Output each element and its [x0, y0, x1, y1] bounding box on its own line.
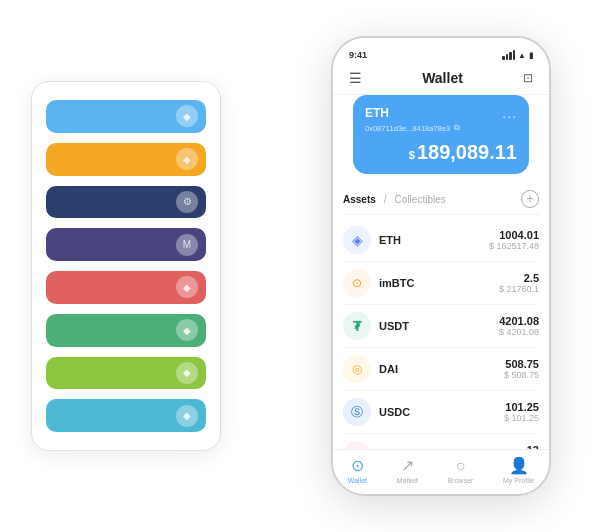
nav-header: ☰ Wallet ⊡ [349, 64, 533, 94]
color-row-2[interactable]: ◆ [46, 143, 206, 176]
dai-usd: $ 508.75 [504, 370, 539, 380]
usdc-usd: $ 101.25 [504, 413, 539, 423]
tft-icon: 🌿 [343, 441, 371, 449]
page-title: Wallet [422, 70, 463, 86]
color-row-7[interactable]: ◆ [46, 357, 206, 390]
row-icon-1: ◆ [176, 105, 198, 127]
eth-crypto: 1004.01 [489, 229, 539, 241]
phone-notch-area: 9:41 ▲ ▮ ☰ Wallet ⊡ [333, 38, 549, 95]
usdt-crypto: 4201.08 [499, 315, 539, 327]
profile-label: My Profile [503, 477, 534, 484]
asset-row-usdt[interactable]: ₮ USDT 4201.08 $ 4201.08 [343, 305, 539, 348]
assets-header: Assets / Collectibles + [343, 184, 539, 215]
phone-content: Assets / Collectibles + ◈ ETH 1004.01 $ … [333, 184, 549, 449]
asset-row-tft[interactable]: 🌿 TFT 13 0 [343, 434, 539, 449]
nav-market[interactable]: ↗ Market [397, 456, 418, 484]
row-icon-4: M [176, 234, 198, 256]
assets-tabs: Assets / Collectibles [343, 194, 446, 205]
signal-bars [502, 50, 515, 60]
row-icon-5: ◆ [176, 276, 198, 298]
nav-profile[interactable]: 👤 My Profile [503, 456, 534, 484]
eth-card-top: ETH ... [365, 105, 517, 121]
eth-icon: ◈ [343, 226, 371, 254]
market-label: Market [397, 477, 418, 484]
wifi-icon: ▲ [518, 51, 526, 60]
row-icon-2: ◆ [176, 148, 198, 170]
imbtc-usd: $ 21760.1 [499, 284, 539, 294]
imbtc-crypto: 2.5 [499, 272, 539, 284]
dai-crypto: 508.75 [504, 358, 539, 370]
wallet-label: Wallet [348, 477, 367, 484]
color-row-6[interactable]: ◆ [46, 314, 206, 347]
status-right: ▲ ▮ [502, 50, 533, 60]
bg-card: ◆ ◆ ⚙ M ◆ ◆ ◆ ◆ [31, 81, 221, 451]
status-bar: 9:41 ▲ ▮ [349, 46, 533, 64]
eth-usd: $ 162517.48 [489, 241, 539, 251]
signal-bar-1 [502, 56, 505, 60]
asset-row-imbtc[interactable]: ⊙ imBTC 2.5 $ 21760.1 [343, 262, 539, 305]
scene: ◆ ◆ ⚙ M ◆ ◆ ◆ ◆ 9:41 [21, 16, 581, 516]
expand-icon[interactable]: ⊡ [523, 71, 533, 85]
imbtc-amounts: 2.5 $ 21760.1 [499, 272, 539, 294]
usdt-icon: ₮ [343, 312, 371, 340]
asset-row-dai[interactable]: ◎ DAI 508.75 $ 508.75 [343, 348, 539, 391]
eth-card-amount: $189,089.11 [365, 141, 517, 164]
row-icon-6: ◆ [176, 319, 198, 341]
usdc-amounts: 101.25 $ 101.25 [504, 401, 539, 423]
eth-card-options[interactable]: ... [502, 105, 517, 121]
row-icon-3: ⚙ [176, 191, 198, 213]
wallet-icon: ⊙ [351, 456, 364, 475]
tab-assets[interactable]: Assets [343, 194, 376, 205]
market-icon: ↗ [401, 456, 414, 475]
phone-mockup: 9:41 ▲ ▮ ☰ Wallet ⊡ [331, 36, 551, 496]
eth-name: ETH [379, 234, 489, 246]
hamburger-icon[interactable]: ☰ [349, 70, 362, 86]
browser-label: Browser [448, 477, 474, 484]
signal-bar-4 [513, 50, 516, 60]
tab-collectibles[interactable]: Collectibles [395, 194, 446, 205]
eth-card[interactable]: ETH ... 0x08711d3e...8418a78e3 ⧉ $189,08… [353, 95, 529, 174]
eth-card-label: ETH [365, 106, 389, 120]
color-row-5[interactable]: ◆ [46, 271, 206, 304]
asset-row-eth[interactable]: ◈ ETH 1004.01 $ 162517.48 [343, 219, 539, 262]
eth-card-wrapper: ETH ... 0x08711d3e...8418a78e3 ⧉ $189,08… [333, 95, 549, 184]
color-row-3[interactable]: ⚙ [46, 186, 206, 219]
usdt-usd: $ 4201.08 [499, 327, 539, 337]
browser-icon: ○ [456, 457, 466, 475]
usdt-amounts: 4201.08 $ 4201.08 [499, 315, 539, 337]
dai-icon: ◎ [343, 355, 371, 383]
signal-bar-2 [506, 54, 509, 60]
imbtc-icon: ⊙ [343, 269, 371, 297]
nav-wallet[interactable]: ⊙ Wallet [348, 456, 367, 484]
tab-divider: / [384, 194, 387, 205]
profile-icon: 👤 [509, 456, 529, 475]
eth-amounts: 1004.01 $ 162517.48 [489, 229, 539, 251]
asset-row-usdc[interactable]: Ⓢ USDC 101.25 $ 101.25 [343, 391, 539, 434]
battery-icon: ▮ [529, 51, 533, 60]
nav-browser[interactable]: ○ Browser [448, 457, 474, 484]
dai-name: DAI [379, 363, 504, 375]
usdc-icon: Ⓢ [343, 398, 371, 426]
usdt-name: USDT [379, 320, 499, 332]
dai-amounts: 508.75 $ 508.75 [504, 358, 539, 380]
bottom-nav: ⊙ Wallet ↗ Market ○ Browser 👤 My Profile [333, 449, 549, 494]
color-row-1[interactable]: ◆ [46, 100, 206, 133]
color-row-4[interactable]: M [46, 228, 206, 261]
imbtc-name: imBTC [379, 277, 499, 289]
usdc-crypto: 101.25 [504, 401, 539, 413]
usdc-name: USDC [379, 406, 504, 418]
eth-card-address: 0x08711d3e...8418a78e3 ⧉ [365, 123, 517, 133]
color-row-8[interactable]: ◆ [46, 399, 206, 432]
row-icon-7: ◆ [176, 362, 198, 384]
asset-list: ◈ ETH 1004.01 $ 162517.48 ⊙ imBTC 2.5 $ … [343, 219, 539, 449]
row-icon-8: ◆ [176, 405, 198, 427]
signal-bar-3 [509, 52, 512, 60]
add-asset-button[interactable]: + [521, 190, 539, 208]
status-time: 9:41 [349, 50, 367, 60]
